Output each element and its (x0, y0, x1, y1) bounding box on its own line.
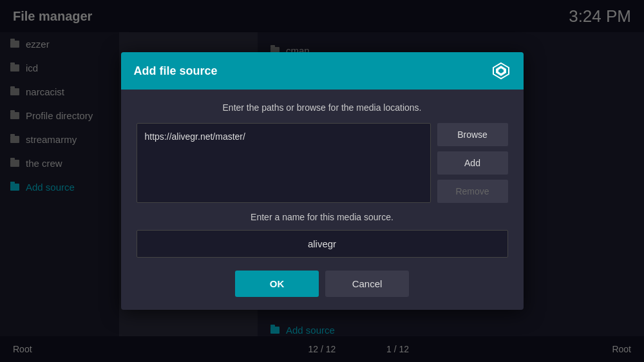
dialog-header: Add file source (121, 52, 524, 90)
browse-button[interactable]: Browse (437, 123, 508, 146)
kodi-logo-icon (491, 61, 511, 81)
dialog-overlay: Add file source Enter the paths or brows… (0, 0, 644, 362)
path-value: https://alivegr.net/master/ (145, 131, 245, 142)
add-file-source-dialog: Add file source Enter the paths or brows… (121, 52, 524, 310)
dialog-body: Enter the paths or browse for the media … (121, 90, 524, 310)
path-section: https://alivegr.net/master/ Browse Add R… (137, 123, 508, 203)
add-button[interactable]: Add (437, 151, 508, 175)
remove-button[interactable]: Remove (437, 180, 508, 203)
dialog-instruction: Enter the paths or browse for the media … (137, 102, 508, 113)
path-input-area[interactable]: https://alivegr.net/master/ (137, 123, 431, 203)
ok-button[interactable]: OK (235, 271, 319, 297)
media-source-name-input[interactable]: alivegr (137, 230, 508, 258)
name-instruction: Enter a name for this media source. (137, 212, 508, 222)
dialog-title: Add file source (134, 64, 218, 78)
cancel-button[interactable]: Cancel (325, 271, 409, 297)
path-buttons: Browse Add Remove (437, 123, 508, 203)
dialog-actions: OK Cancel (137, 271, 508, 297)
